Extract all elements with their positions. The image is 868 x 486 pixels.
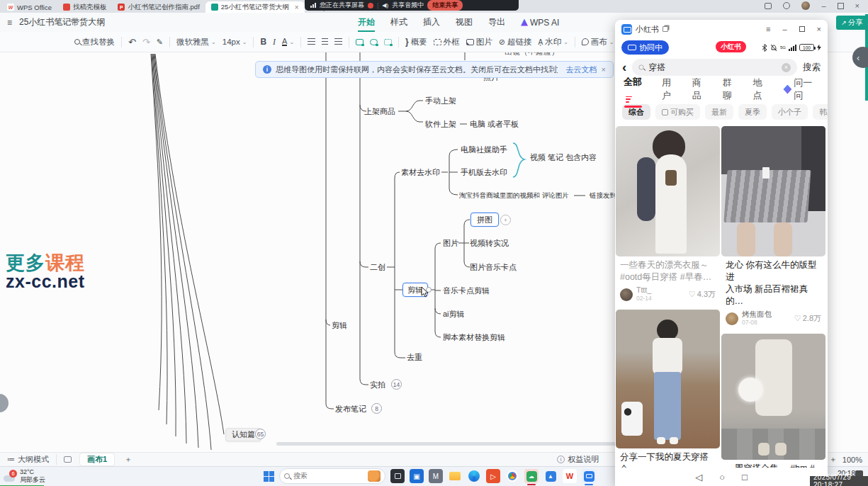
- rights-info[interactable]: i 权益说明: [557, 454, 599, 465]
- add-canvas-button[interactable]: ＋: [124, 454, 132, 465]
- wps-office-icon[interactable]: W: [563, 469, 577, 483]
- like-count[interactable]: ♡2.8万: [794, 313, 821, 324]
- mindmap-node-jianji-left[interactable]: 剪辑: [332, 320, 347, 330]
- wps-cloud-icon-active[interactable]: ☁: [524, 469, 539, 483]
- minimize-icon[interactable]: –: [821, 1, 825, 10]
- mindmap-node-partial-top[interactable]: 出镜（不露脸）: [505, 52, 559, 57]
- search-highlight-icon[interactable]: [368, 470, 381, 482]
- banner-close-icon[interactable]: ×: [602, 65, 606, 74]
- menu-insert[interactable]: 插入: [423, 16, 440, 28]
- media-app-icon[interactable]: M: [429, 469, 443, 483]
- restore-icon[interactable]: [838, 3, 844, 9]
- hyperlink-button[interactable]: ⊘超链接: [499, 37, 532, 47]
- outline-mode-button[interactable]: 大纲模式: [18, 454, 49, 465]
- chip-korean[interactable]: 韩里韩气: [813, 104, 828, 120]
- phone-window-titlebar[interactable]: 小红书 ≡ – ×: [615, 20, 828, 38]
- mindmap-node-manual[interactable]: 手动上架: [425, 96, 456, 106]
- layout-icon[interactable]: [765, 3, 772, 9]
- file-explorer-icon[interactable]: [448, 469, 462, 483]
- duplicate-icon[interactable]: [663, 26, 668, 32]
- go-to-cloud-link[interactable]: 去云文档: [566, 64, 597, 75]
- tab-all[interactable]: 全部: [624, 76, 648, 102]
- mindmap-node-pc-pad[interactable]: 电脑 或者平板: [470, 119, 519, 129]
- panel-collapse-handle[interactable]: ‹: [852, 47, 868, 68]
- clear-icon[interactable]: ×: [782, 63, 791, 72]
- sibling-topic-icon[interactable]: [356, 39, 363, 45]
- mindmap-node-link-send[interactable]: 链接发到: [590, 191, 616, 200]
- restore-icon[interactable]: [799, 26, 805, 32]
- tab-pdf-guide[interactable]: P 小红书笔记创作指南.pdf: [112, 1, 205, 13]
- mindmap-node-video-note[interactable]: 视频 笔记 包含内容: [530, 152, 597, 162]
- mindmap-node-yinyue-kadian[interactable]: 音乐卡点剪辑: [443, 286, 490, 295]
- minimize-icon[interactable]: –: [782, 25, 787, 33]
- bold-button[interactable]: B: [260, 37, 266, 47]
- potplayer-icon[interactable]: ▷: [486, 469, 500, 483]
- font-size-select[interactable]: 14px⌄: [222, 38, 247, 46]
- nav-recents-icon[interactable]: □: [742, 472, 748, 482]
- nav-back-icon[interactable]: ◁: [695, 472, 702, 482]
- tab-places[interactable]: 地点: [753, 77, 770, 102]
- relation-icon[interactable]: [384, 39, 392, 45]
- close-icon[interactable]: ×: [855, 1, 859, 10]
- mindmap-node-mobile-wm[interactable]: 手机版去水印: [461, 167, 507, 177]
- find-replace-button[interactable]: 查找替换: [74, 37, 115, 47]
- taskbar-search[interactable]: 搜索: [279, 468, 385, 484]
- tab-goods[interactable]: 商品: [692, 77, 709, 102]
- briefcase-icon[interactable]: ▣: [410, 469, 424, 483]
- globe-icon[interactable]: [783, 2, 790, 9]
- mindmap-node-software[interactable]: 软件上架: [425, 119, 456, 129]
- mindmap-node-shipai[interactable]: 实拍: [370, 380, 385, 390]
- nav-home-icon[interactable]: ○: [719, 472, 725, 482]
- canvas-tab[interactable]: 画布1: [80, 453, 114, 465]
- mindmap-node-sucai[interactable]: 素材去水印: [401, 167, 440, 177]
- child-topic-icon[interactable]: [370, 39, 378, 45]
- avatar[interactable]: [620, 288, 633, 301]
- align-left-icon[interactable]: [308, 38, 315, 45]
- mindmap-node-erchuang[interactable]: 二创: [370, 262, 385, 272]
- chip-petite[interactable]: 小个子: [772, 104, 808, 120]
- search-results-feed[interactable]: 一些春天的漂亮衣服～#ootd每日穿搭 #早春… Tttt_02-14 ♡4.3…: [615, 123, 828, 468]
- tab-ask[interactable]: 问一问: [783, 77, 819, 102]
- note-card[interactable]: 分享一下我的夏天穿搭合: [616, 310, 720, 468]
- mindmap-node-ai-jianji[interactable]: ai剪辑: [443, 309, 465, 319]
- note-card[interactable]: 一周穿搭合集～ #bm #春季穿搭 #每日穿搭 #日…: [721, 334, 825, 468]
- hamburger-icon[interactable]: ≡: [7, 18, 12, 28]
- mindmap-node-pintu-selected[interactable]: 拼图: [470, 213, 499, 227]
- mindmap-node-jiaoben[interactable]: 脚本素材替换剪辑: [443, 332, 505, 342]
- screen-mirror-icon-active[interactable]: [582, 469, 596, 483]
- summary-button[interactable]: }概要: [405, 37, 427, 47]
- format-painter-icon[interactable]: ✎: [157, 38, 163, 47]
- search-button[interactable]: 搜索: [803, 62, 821, 74]
- menu-home[interactable]: 开始: [358, 16, 375, 32]
- note-card[interactable]: 一些春天的漂亮衣服～#ootd每日穿搭 #早春… Tttt_02-14 ♡4.3…: [616, 126, 720, 307]
- menu-wps-ai[interactable]: WPS AI: [521, 18, 559, 28]
- align-right-icon[interactable]: [334, 38, 342, 45]
- taskview-icon[interactable]: [390, 469, 405, 483]
- chip-buyable[interactable]: 可购买: [655, 104, 700, 120]
- add-child-button[interactable]: ＋: [500, 215, 511, 225]
- zoom-level[interactable]: 100%: [842, 456, 862, 464]
- windows-start-button[interactable]: [264, 471, 274, 482]
- weather-widget[interactable]: 6 32°C 局部多云: [3, 468, 45, 484]
- tab-template[interactable]: 找稿壳模板: [57, 1, 113, 13]
- mindmap-node-fabu[interactable]: 发布笔记: [335, 404, 366, 414]
- author-name[interactable]: 烤焦面包07-08: [742, 310, 772, 327]
- menu-view[interactable]: 视图: [456, 16, 473, 28]
- edge-icon[interactable]: [467, 469, 481, 483]
- align-center-icon[interactable]: [322, 38, 328, 45]
- stop-share-button[interactable]: 结束共享: [427, 0, 463, 11]
- tab-groups[interactable]: 群聊: [723, 77, 740, 102]
- avatar[interactable]: [801, 1, 810, 10]
- collab-badge[interactable]: 协同中: [621, 40, 669, 55]
- close-tab-icon[interactable]: ×: [295, 4, 299, 11]
- redo-button[interactable]: ↷: [142, 37, 150, 47]
- mindmap-node-shangjia[interactable]: 上架商品: [364, 106, 395, 116]
- search-input[interactable]: 穿搭 ×: [632, 59, 797, 76]
- image-button[interactable]: 图片: [466, 37, 492, 47]
- mindmap-node-tupian[interactable]: 图片: [443, 238, 458, 248]
- mindmap-node-pc-helper[interactable]: 电脑社媒助手: [461, 145, 507, 154]
- frame-button[interactable]: 外框: [434, 37, 460, 47]
- note-card[interactable]: 龙心 你有这么牛的版型进入市场 新品百褶裙真的… 烤焦面包07-08 ♡2.8万: [721, 126, 825, 331]
- tab-wps-office[interactable]: W WPS Office: [1, 1, 57, 13]
- mindmap-node-shipin-shikuang[interactable]: 视频转实况: [470, 238, 509, 248]
